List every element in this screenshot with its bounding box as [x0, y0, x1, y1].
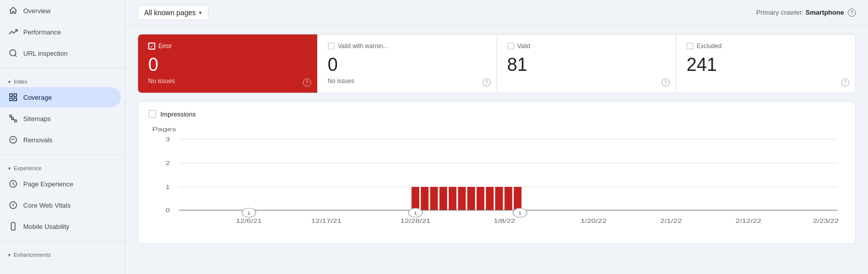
valid-warning-help-icon[interactable]: ? [483, 79, 491, 87]
excluded-header: Excluded [686, 43, 845, 50]
svg-text:3: 3 [165, 137, 170, 143]
svg-rect-35 [504, 187, 512, 210]
valid-checkbox[interactable] [507, 43, 514, 50]
svg-rect-34 [495, 187, 503, 210]
sidebar-item-mobile-usability-label: Mobile Usability [23, 223, 69, 230]
sidebar-item-page-experience-label: Page Experience [23, 180, 73, 188]
svg-rect-6 [10, 115, 12, 117]
search-icon [8, 48, 18, 58]
sidebar-section-enhancements[interactable]: ▾ Enhancements [0, 246, 125, 260]
sitemaps-icon [8, 113, 18, 124]
svg-text:1: 1 [518, 211, 522, 216]
primary-crawler-info: Primary crawler: Smartphone ? [756, 9, 856, 17]
error-stat-card: Error 0 No issues ? [138, 34, 318, 93]
sidebar-item-mobile-usability[interactable]: Mobile Usability [0, 216, 121, 237]
core-web-vitals-icon [8, 200, 18, 210]
impressions-checkbox[interactable] [148, 110, 156, 118]
error-checkbox[interactable] [148, 43, 155, 50]
topbar: All known pages ▾ Primary crawler: Smart… [125, 0, 868, 26]
primary-crawler-help-icon[interactable]: ? [848, 9, 856, 17]
sidebar-item-coverage[interactable]: Coverage [0, 87, 121, 107]
sidebar-item-url-inspection-label: URL inspection [23, 50, 68, 57]
excluded-stat-card: Excluded 241 ? [676, 34, 855, 93]
excluded-label: Excluded [697, 43, 721, 50]
svg-line-10 [14, 120, 16, 120]
removals-icon [8, 135, 18, 145]
sidebar-divider-1 [0, 68, 125, 68]
valid-warning-checkbox[interactable] [328, 43, 335, 50]
mobile-icon [8, 221, 18, 231]
svg-text:1/8/22: 1/8/22 [494, 218, 515, 224]
sidebar-item-overview[interactable]: Overview [0, 1, 121, 21]
valid-help-icon[interactable]: ? [662, 79, 670, 87]
svg-line-1 [15, 55, 16, 56]
excluded-count: 241 [686, 54, 845, 75]
sidebar-item-page-experience[interactable]: Page Experience [0, 174, 121, 194]
chevron-down-icon: ▾ [8, 79, 11, 85]
excluded-help-icon[interactable]: ? [841, 79, 849, 87]
svg-text:0: 0 [165, 208, 170, 214]
error-help-icon[interactable]: ? [303, 79, 311, 87]
sidebar: Overview Performance URL inspection ▾ In… [0, 0, 125, 274]
svg-text:12/6/21: 12/6/21 [236, 218, 262, 224]
primary-crawler-value: Smartphone [806, 9, 844, 16]
impressions-label: Impressions [160, 110, 196, 118]
svg-rect-28 [440, 187, 447, 210]
valid-warning-count: 0 [328, 54, 487, 75]
svg-rect-5 [14, 98, 17, 101]
svg-text:2/23/22: 2/23/22 [813, 218, 839, 224]
svg-text:12/17/21: 12/17/21 [311, 218, 341, 224]
sidebar-item-removals-label: Removals [23, 136, 53, 144]
svg-rect-26 [421, 187, 428, 210]
sidebar-item-removals[interactable]: Removals [0, 130, 121, 150]
dropdown-arrow-icon: ▾ [199, 9, 202, 16]
impressions-row: Impressions [148, 110, 845, 118]
svg-text:1: 1 [413, 211, 417, 216]
chart-container: Pages 3 2 1 0 [148, 124, 845, 236]
home-icon [8, 6, 18, 16]
primary-crawler-label: Primary crawler: [756, 9, 804, 16]
sidebar-item-overview-label: Overview [23, 7, 51, 15]
svg-rect-36 [514, 187, 522, 210]
page-experience-icon [8, 179, 18, 189]
content-area: Error 0 No issues ? Valid with warnin...… [125, 26, 868, 274]
sidebar-item-core-web-vitals[interactable]: Core Web Vitals [0, 195, 121, 215]
valid-warning-label: Valid with warnin... [338, 43, 388, 50]
svg-text:2/1/22: 2/1/22 [660, 218, 682, 224]
svg-rect-14 [11, 223, 15, 230]
sidebar-item-coverage-label: Coverage [23, 94, 52, 101]
sidebar-item-core-web-vitals-label: Core Web Vitals [23, 202, 70, 209]
error-sub: No issues [148, 77, 307, 85]
valid-stat-card: Valid 81 ? [497, 34, 677, 93]
sidebar-item-sitemaps[interactable]: Sitemaps [0, 108, 121, 129]
chart-card: Impressions Pages 3 2 1 0 [138, 101, 856, 244]
svg-text:Pages: Pages [152, 126, 177, 132]
coverage-icon [8, 92, 18, 102]
sidebar-divider-2 [0, 154, 125, 155]
svg-point-11 [10, 136, 17, 143]
valid-count: 81 [507, 54, 666, 75]
sidebar-divider-3 [0, 241, 125, 242]
svg-rect-25 [412, 187, 419, 210]
sidebar-item-url-inspection[interactable]: URL inspection [0, 43, 121, 63]
sidebar-item-sitemaps-label: Sitemaps [23, 115, 51, 123]
svg-rect-33 [486, 187, 494, 210]
svg-text:2: 2 [165, 161, 170, 167]
all-known-pages-label: All known pages [144, 9, 196, 17]
svg-rect-4 [10, 98, 12, 101]
sidebar-section-index[interactable]: ▾ Index [0, 72, 125, 87]
valid-header: Valid [507, 43, 666, 50]
svg-text:1: 1 [247, 211, 251, 216]
svg-text:2/12/22: 2/12/22 [735, 218, 761, 224]
excluded-checkbox[interactable] [686, 43, 693, 50]
chevron-down-icon-3: ▾ [8, 252, 11, 258]
valid-label: Valid [517, 43, 531, 50]
svg-point-0 [10, 50, 16, 56]
stats-row: Error 0 No issues ? Valid with warnin...… [138, 34, 856, 93]
sidebar-item-performance[interactable]: Performance [0, 22, 121, 42]
svg-rect-29 [449, 187, 456, 210]
all-known-pages-button[interactable]: All known pages ▾ [138, 5, 208, 20]
svg-rect-27 [430, 187, 438, 210]
error-count: 0 [148, 54, 307, 75]
sidebar-section-experience[interactable]: ▾ Experience [0, 159, 125, 173]
